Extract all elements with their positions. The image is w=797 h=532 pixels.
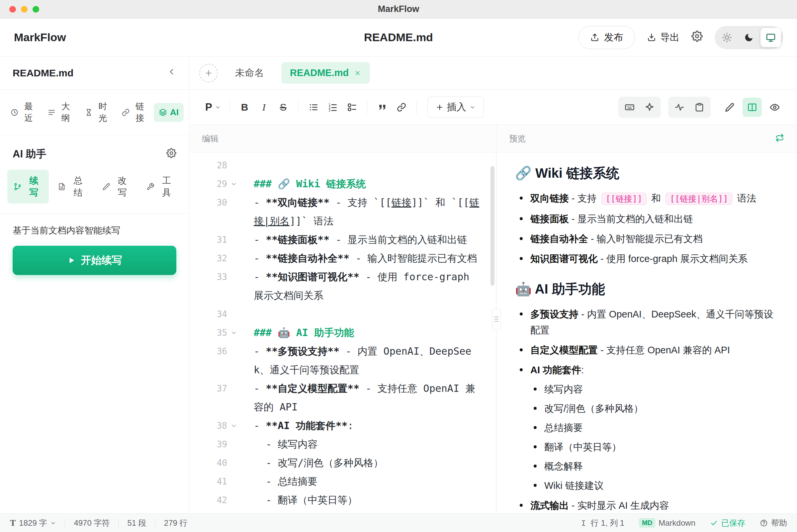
editor-body[interactable]: 2829### 🔗 Wiki 链接系统30- **双向链接** - 支持 `[[… <box>189 153 496 513</box>
editor-line-29[interactable]: 29### 🔗 Wiki 链接系统 <box>189 175 496 193</box>
toolbar-group-tools <box>668 97 711 118</box>
toolbar-group-typing <box>618 97 661 118</box>
ordered-list-button[interactable]: 123 <box>323 98 342 117</box>
editor-line-31[interactable]: 31- **链接面板** - 显示当前文档的入链和出链 <box>189 230 496 249</box>
line-gutter: 28 <box>189 156 239 175</box>
sidebar-tab-AI[interactable]: AI <box>154 103 184 122</box>
play-icon <box>67 256 76 265</box>
document-tab-README.md[interactable]: README.md <box>281 62 370 84</box>
split-mode-button[interactable] <box>742 98 762 117</box>
editor-line-35[interactable]: 35### 🤖 AI 助手功能 <box>189 323 496 342</box>
paragraph-style-button[interactable]: P <box>202 98 224 117</box>
theme-system-button[interactable] <box>760 28 781 47</box>
focus-mode-button[interactable] <box>640 98 659 116</box>
editor-line-32[interactable]: 32- **链接自动补全** - 输入时智能提示已有文档 <box>189 249 496 268</box>
sidebar-tab-最近[interactable]: 最近 <box>5 96 40 128</box>
editor-line-40[interactable]: 40 - 改写/润色（多种风格） <box>189 454 496 472</box>
save-status: 已保存 <box>710 518 745 528</box>
minimize-window-button[interactable] <box>21 6 27 13</box>
ai-tab-改写[interactable]: 改写 <box>96 170 137 204</box>
sun-icon <box>722 33 732 42</box>
editor-lines: 2829### 🔗 Wiki 链接系统30- **双向链接** - 支持 `[[… <box>189 156 496 513</box>
editor-line-28[interactable]: 28 <box>189 156 496 175</box>
chevron-down-icon <box>215 104 221 110</box>
export-button[interactable]: 导出 <box>647 31 680 44</box>
text-icon: T <box>10 518 16 528</box>
preview-content: 🔗 Wiki 链接系统双向链接 - 支持 [[链接]] 和 [[链接|别名]] … <box>515 164 778 513</box>
editor-line-39[interactable]: 39 - 续写内容 <box>189 435 496 454</box>
editor-line-41[interactable]: 41 - 总结摘要 <box>189 472 496 491</box>
line-gutter: 30 <box>189 193 239 212</box>
close-window-button[interactable] <box>9 6 16 13</box>
strikethrough-button[interactable]: S <box>273 98 293 117</box>
theme-light-button[interactable] <box>717 28 737 47</box>
publish-button[interactable]: 发布 <box>578 26 635 49</box>
editor-line-33[interactable]: 33- **知识图谱可视化** - 使用 force-graph 展示文档间关系 <box>189 268 496 305</box>
editor-line-30[interactable]: 30- **双向链接** - 支持 `[[链接]]` 和 `[[链接|别名]]`… <box>189 193 496 230</box>
editor-scrollbar[interactable] <box>491 166 494 286</box>
sync-scroll-button[interactable] <box>775 133 784 145</box>
clipboard-icon <box>695 102 704 112</box>
editor-line-36[interactable]: 36- **多预设支持** - 内置 OpenAI、DeepSeek、通义千问等… <box>189 342 496 379</box>
tab-label: 改写 <box>114 175 131 198</box>
editor-pane-header: 编辑 <box>189 125 496 153</box>
ai-tab-总结[interactable]: 总结 <box>52 170 93 204</box>
ai-tab-续写[interactable]: 续写 <box>7 170 49 204</box>
paragraph-count: 51 段 <box>127 518 146 528</box>
stats-button[interactable] <box>670 98 689 116</box>
tab-label: 链接 <box>133 101 147 124</box>
statusbar-separator <box>65 519 65 527</box>
statusbar-separator <box>118 519 118 527</box>
editor-line-42[interactable]: 42 - 翻译（中英日等） <box>189 491 496 509</box>
editor-line-37[interactable]: 37- **自定义模型配置** - 支持任意 OpenAI 兼容的 API <box>189 379 496 416</box>
word-count-dropdown[interactable]: T 1829 字 <box>10 518 56 528</box>
start-continue-writing-button[interactable]: 开始续写 <box>13 246 176 275</box>
fold-chevron-icon[interactable] <box>228 422 239 429</box>
document-tab-未命名[interactable]: 未命名 <box>227 61 273 85</box>
sidebar-tab-链接[interactable]: 链接 <box>117 96 152 128</box>
fold-chevron-icon[interactable] <box>228 329 239 336</box>
sidebar-tab-大纲[interactable]: 大纲 <box>42 96 78 128</box>
inline-code: [[链接]] <box>602 193 647 205</box>
formatting-toolbar: P B I S 123 插入 <box>189 90 797 125</box>
close-tab-icon[interactable] <box>354 70 361 77</box>
italic-button[interactable]: I <box>254 98 273 117</box>
bullet-list-icon <box>308 102 319 112</box>
link-icon <box>397 102 406 112</box>
bold-button[interactable]: B <box>235 98 254 117</box>
sidebar-tab-时光[interactable]: 时光 <box>80 96 115 128</box>
zoom-window-button[interactable] <box>33 6 39 13</box>
ai-tab-工具[interactable]: 工具 <box>140 170 182 204</box>
help-button[interactable]: 帮助 <box>760 518 787 528</box>
sidebar-collapse-button[interactable] <box>167 67 176 79</box>
task-list-button[interactable] <box>342 98 362 117</box>
preview-list-item: 知识图谱可视化 - 使用 force-graph 展示文档间关系 <box>530 251 778 267</box>
editor-line-38[interactable]: 38- **AI 功能套件**: <box>189 416 496 435</box>
preview-mode-button[interactable] <box>765 98 784 117</box>
settings-button[interactable] <box>691 31 703 44</box>
moon-icon <box>744 33 754 42</box>
theme-dark-button[interactable] <box>739 28 759 47</box>
insert-button[interactable]: 插入 <box>428 97 484 118</box>
new-tab-button[interactable] <box>199 64 218 82</box>
editor-line-34[interactable]: 34 <box>189 305 496 323</box>
typewriter-mode-button[interactable] <box>620 98 639 116</box>
eye-icon <box>770 102 780 112</box>
insert-link-button[interactable] <box>392 98 411 117</box>
editor-line-43[interactable]: 43 - 概念解释 <box>189 509 496 513</box>
quote-button[interactable] <box>373 98 392 117</box>
paragraph-style-label: P <box>205 101 212 113</box>
line-number: 36 <box>217 346 227 356</box>
sidebar: README.md 最近大纲时光链接AI AI 助手 续写总结改写工具 基于当前… <box>0 56 189 513</box>
bullet-list-button[interactable] <box>304 98 323 117</box>
copy-button[interactable] <box>690 98 709 116</box>
ai-settings-button[interactable] <box>166 148 176 160</box>
fold-chevron-icon[interactable] <box>228 180 239 187</box>
chevron-down-icon <box>50 520 56 526</box>
split-drag-handle[interactable] <box>492 308 501 330</box>
tab-label: README.md <box>290 68 349 78</box>
line-gutter: 37 <box>189 379 239 398</box>
edit-mode-button[interactable] <box>720 98 739 117</box>
preview-heading: 🤖 AI 助手功能 <box>515 280 778 298</box>
columns-icon <box>747 102 757 112</box>
